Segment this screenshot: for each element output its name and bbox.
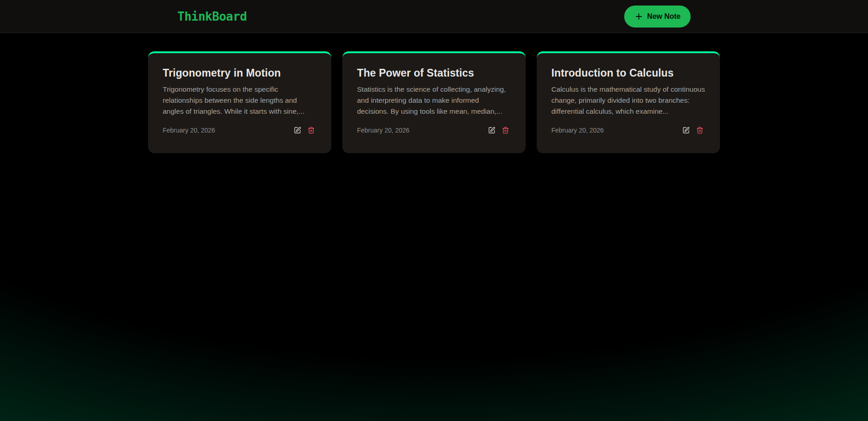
new-note-button[interactable]: New Note [624, 6, 691, 28]
note-card[interactable]: Introduction to Calculus Calculus is the… [537, 51, 720, 153]
note-date: February 20, 2026 [163, 127, 215, 134]
header-container: ThinkBoard New Note [170, 0, 698, 33]
trash-icon [308, 127, 315, 134]
delete-note-button[interactable] [694, 125, 705, 136]
app-header: ThinkBoard New Note [0, 0, 868, 33]
note-card[interactable]: Trigonometry in Motion Trigonometry focu… [148, 51, 331, 153]
note-title: Trigonometry in Motion [163, 67, 317, 79]
trash-icon [502, 127, 509, 134]
note-excerpt: Calculus is the mathematical study of co… [551, 84, 705, 117]
delete-note-button[interactable] [306, 125, 317, 136]
note-actions [292, 125, 317, 136]
plus-icon [634, 12, 643, 21]
note-title: Introduction to Calculus [551, 67, 705, 79]
note-excerpt: Statistics is the science of collecting,… [357, 84, 511, 117]
note-footer: February 20, 2026 [357, 125, 511, 136]
note-actions [486, 125, 511, 136]
edit-icon [294, 127, 301, 134]
note-card[interactable]: The Power of Statistics Statistics is th… [342, 51, 526, 153]
note-actions [681, 125, 705, 136]
edit-note-button[interactable] [292, 125, 303, 136]
note-date: February 20, 2026 [551, 127, 604, 134]
edit-note-button[interactable] [681, 125, 692, 136]
delete-note-button[interactable] [500, 125, 511, 136]
note-footer: February 20, 2026 [163, 125, 317, 136]
edit-icon [488, 127, 495, 134]
notes-grid: Trigonometry in Motion Trigonometry focu… [141, 44, 727, 161]
note-title: The Power of Statistics [357, 67, 511, 79]
note-excerpt: Trigonometry focuses on the specific rel… [163, 84, 317, 117]
note-date: February 20, 2026 [357, 127, 409, 134]
edit-note-button[interactable] [486, 125, 497, 136]
trash-icon [696, 127, 703, 134]
new-note-button-label: New Note [647, 12, 681, 21]
edit-icon [682, 127, 690, 134]
app-title: ThinkBoard [177, 10, 247, 23]
note-footer: February 20, 2026 [551, 125, 705, 136]
